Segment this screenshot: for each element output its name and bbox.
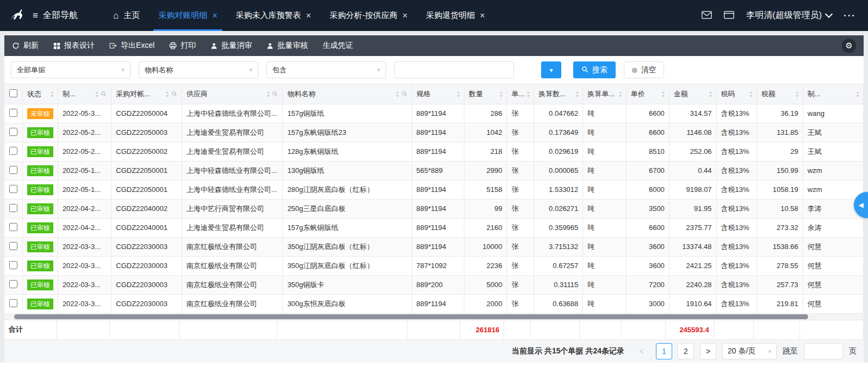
row-checkbox[interactable] bbox=[9, 166, 17, 174]
sort-icon[interactable]: ▴▾ bbox=[500, 90, 502, 98]
app-logo[interactable] bbox=[0, 0, 33, 31]
row-checkbox[interactable] bbox=[9, 185, 17, 193]
sort-icon[interactable]: ▴▾ bbox=[457, 90, 460, 98]
table-row[interactable]: 已审核2022-05-2...CGDZ22050003上海迪爱生贸易有限公司15… bbox=[4, 123, 864, 142]
row-checkbox[interactable] bbox=[9, 204, 17, 212]
row-checkbox[interactable] bbox=[9, 299, 17, 307]
toolbar-button-2[interactable]: 导出Excel bbox=[109, 41, 154, 51]
tab-close-icon[interactable]: × bbox=[480, 11, 485, 21]
tab-1[interactable]: 采购对账明细× bbox=[149, 0, 226, 31]
prev-page-button[interactable]: < bbox=[634, 343, 650, 359]
tab-2[interactable]: 采购未入库预警表× bbox=[227, 0, 320, 31]
column-header-supplier[interactable]: 供应商▴▾ bbox=[182, 84, 283, 104]
search-icon bbox=[581, 66, 588, 74]
user-menu[interactable]: 李明清(超级管理员) bbox=[746, 10, 832, 21]
table-row[interactable]: 已审核2022-04-2...CGDZ22040002上海中艺行商贸有限公司25… bbox=[4, 199, 864, 218]
table-row[interactable]: 已审核2022-05-2...CGDZ22050002上海迪爱生贸易有限公司12… bbox=[4, 142, 864, 161]
column-header-maker[interactable]: 制...▴▾ bbox=[803, 84, 863, 104]
table-row[interactable]: 已审核2022-04-2...CGDZ22040001上海迪爱生贸易有限公司15… bbox=[4, 218, 864, 237]
search-button[interactable]: 搜索 bbox=[573, 61, 616, 78]
table-row[interactable]: 已审核2022-05-1...CGDZ22050001上海中轻森德纸业有限公司.… bbox=[4, 161, 864, 180]
sort-icon[interactable]: ▴▾ bbox=[576, 90, 578, 98]
toolbar-button-0[interactable]: 刷新 bbox=[12, 41, 39, 51]
page-button-2[interactable]: 2 bbox=[678, 343, 694, 359]
select-all-checkbox[interactable] bbox=[9, 89, 17, 97]
sort-icon[interactable]: ▴▾ bbox=[96, 90, 98, 98]
column-header-doc[interactable]: 采购对帐...▴▾ bbox=[111, 84, 182, 104]
column-header-conv_unit[interactable]: 换算单...▴▾ bbox=[583, 84, 626, 104]
row-checkbox[interactable] bbox=[9, 223, 17, 231]
column-header-conv_qty[interactable]: 换算数...▴▾ bbox=[534, 84, 583, 104]
row-checkbox[interactable] bbox=[9, 261, 17, 269]
sort-icon[interactable]: ▴▾ bbox=[527, 90, 529, 98]
column-search-icon[interactable] bbox=[401, 91, 407, 97]
column-header-amount[interactable]: 金额▴▾ bbox=[669, 84, 716, 104]
sort-icon[interactable]: ▴▾ bbox=[750, 90, 752, 98]
sort-icon[interactable]: ▴▾ bbox=[166, 90, 169, 98]
column-header-unit[interactable]: 单...▴▾ bbox=[507, 84, 534, 104]
table-row[interactable]: 已审核2022-05-1...CGDZ22050001上海中轻森德纸业有限公司.… bbox=[4, 180, 864, 199]
nav-all-button[interactable]: ≡ 全部导航 bbox=[33, 10, 78, 21]
keyword-input[interactable] bbox=[394, 61, 514, 78]
column-header-qty[interactable]: 数量▴▾ bbox=[464, 84, 507, 104]
page-button-1[interactable]: 1 bbox=[656, 343, 672, 359]
mail-button[interactable] bbox=[702, 11, 712, 21]
doc-type-select[interactable]: 全部单据 ▾ bbox=[11, 61, 131, 78]
table-row[interactable]: 已审核2022-03-3...CGDZ22030003南京红极纸业有限公司300… bbox=[4, 294, 864, 313]
toolbar-button-4[interactable]: 批量消审 bbox=[210, 41, 252, 51]
clear-button[interactable]: ⊗ 清空 bbox=[624, 61, 664, 78]
page-size-select[interactable]: 20 条/页 ▾ bbox=[722, 343, 777, 359]
advanced-filter-button[interactable]: ▾ bbox=[541, 61, 561, 78]
table-row[interactable]: 已审核2022-03-3...CGDZ22030003南京红极纸业有限公司350… bbox=[4, 275, 864, 294]
cell-qty: 10000 bbox=[464, 237, 507, 256]
tab-close-icon[interactable]: × bbox=[402, 11, 407, 21]
toolbar-button-5[interactable]: 批量审核 bbox=[266, 41, 308, 51]
column-header-status[interactable]: 状态▴▾ bbox=[22, 84, 58, 104]
column-header-tax_code[interactable]: 税码▴▾ bbox=[716, 84, 757, 104]
jump-page-input[interactable] bbox=[804, 343, 843, 359]
search-field-select[interactable]: 物料名称 ▾ bbox=[139, 61, 258, 78]
row-checkbox[interactable] bbox=[9, 128, 17, 136]
sort-icon[interactable]: ▴▾ bbox=[619, 90, 622, 98]
toolbar-button-6[interactable]: 生成凭证 bbox=[323, 41, 353, 51]
sort-icon[interactable]: ▴▾ bbox=[51, 90, 53, 98]
row-checkbox[interactable] bbox=[9, 242, 17, 250]
cell-tax: 1538.66 bbox=[757, 237, 803, 256]
table-row[interactable]: 已审核2022-03-3...CGDZ22030003南京红极纸业有限公司350… bbox=[4, 256, 864, 275]
table-row[interactable]: 未审核2022-05-3...CGDZ22050004上海中轻森德纸业有限公司.… bbox=[4, 104, 864, 123]
settings-gear-button[interactable]: ⚙ bbox=[842, 39, 856, 53]
more-button[interactable]: ··· bbox=[844, 10, 856, 21]
sort-icon[interactable]: ▴▾ bbox=[796, 90, 798, 98]
column-search-icon[interactable] bbox=[101, 91, 107, 97]
tab-4[interactable]: 采购退货明细× bbox=[417, 0, 494, 31]
row-checkbox[interactable] bbox=[9, 109, 17, 117]
workspace-button[interactable] bbox=[724, 11, 734, 21]
table-row[interactable]: 已审核2022-03-3...CGDZ22030003南京红极纸业有限公司350… bbox=[4, 237, 864, 256]
row-checkbox[interactable] bbox=[9, 147, 17, 155]
column-header-material[interactable]: 物料名称▴▾ bbox=[283, 84, 412, 104]
column-header-tax[interactable]: 税额▴▾ bbox=[757, 84, 803, 104]
cell-conv_qty: 3.715132 bbox=[534, 237, 583, 256]
toolbar-button-3[interactable]: 打印 bbox=[169, 41, 196, 51]
column-header-date[interactable]: 制...▴▾ bbox=[58, 84, 111, 104]
scrollbar-thumb[interactable] bbox=[14, 314, 808, 319]
tab-close-icon[interactable]: × bbox=[212, 11, 217, 21]
column-search-icon[interactable] bbox=[272, 91, 278, 97]
column-header-spec[interactable]: 规格▴▾ bbox=[412, 84, 464, 104]
horizontal-scrollbar[interactable] bbox=[4, 314, 864, 320]
row-checkbox[interactable] bbox=[9, 280, 17, 288]
tab-3[interactable]: 采购分析-按供应商× bbox=[320, 0, 417, 31]
sort-icon[interactable]: ▴▾ bbox=[396, 90, 399, 98]
sort-icon[interactable]: ▴▾ bbox=[662, 90, 665, 98]
sort-icon[interactable]: ▴▾ bbox=[857, 90, 859, 98]
tab-close-icon[interactable]: × bbox=[306, 11, 311, 21]
tab-0[interactable]: ⌂主页 bbox=[104, 0, 149, 31]
status-badge: 已审核 bbox=[27, 184, 53, 195]
sort-icon[interactable]: ▴▾ bbox=[267, 90, 269, 98]
next-page-button[interactable]: > bbox=[700, 343, 716, 359]
toolbar-button-1[interactable]: 报表设计 bbox=[53, 41, 95, 51]
column-header-price[interactable]: 单价▴▾ bbox=[626, 84, 669, 104]
match-operator-select[interactable]: 包含 ▾ bbox=[266, 61, 386, 78]
column-search-icon[interactable] bbox=[171, 91, 177, 97]
sort-icon[interactable]: ▴▾ bbox=[710, 90, 712, 98]
